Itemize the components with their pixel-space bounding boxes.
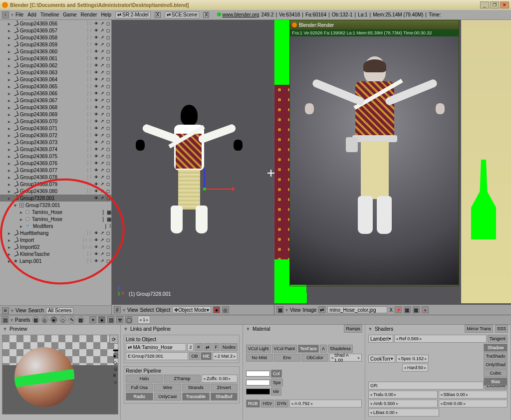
outliner-row[interactable]: ▸Tamino_Hose | ▦	[0, 215, 111, 222]
dyn-toggle[interactable]: DYN	[275, 400, 288, 408]
preview-sky-button[interactable]: ☼	[113, 379, 118, 385]
outliner-row[interactable]: ▸ Group24369.080 | ⟟	[0, 188, 111, 195]
mirror-trans-tab[interactable]: Mirror Trans	[465, 325, 493, 333]
uv-record-button[interactable]: ●	[422, 306, 429, 313]
visibility-icon[interactable]	[93, 63, 99, 68]
wire-toggle[interactable]: Wire	[154, 384, 182, 392]
trashadow-toggle[interactable]: TraShado	[484, 352, 508, 360]
outliner-row[interactable]: ▸ Group24369.072 | ⟟	[0, 132, 111, 139]
outliner-row[interactable]: ▸ Group24369.065 | ⟟	[0, 83, 111, 90]
window-type-button[interactable]: i	[2, 11, 9, 18]
render-icon[interactable]	[105, 258, 111, 264]
selectable-icon[interactable]	[99, 35, 105, 40]
cubic-toggle[interactable]: Cubic	[484, 369, 508, 377]
preview-monkey-button[interactable]: ☺	[113, 366, 118, 372]
render-icon[interactable]	[105, 154, 111, 159]
outliner-row[interactable]: ▸ Group24369.077 | ⟟	[0, 167, 111, 174]
vcolpaint-toggle[interactable]: VCol Paint	[272, 345, 297, 353]
view3d-type-button[interactable]: #	[114, 306, 121, 313]
strands-toggle[interactable]: Strands	[182, 384, 210, 392]
buttons-type-button[interactable]: ▤	[1, 316, 8, 323]
alpha-spinner[interactable]: A 0.792	[289, 400, 362, 408]
outliner-row[interactable]: ▸ Group24369.067 | ⟟	[0, 97, 111, 104]
outliner-row[interactable]: ▸☀ Lamp.001| ⟟	[0, 257, 111, 264]
visibility-icon[interactable]	[93, 49, 99, 54]
pivot-button[interactable]: ◎	[222, 306, 229, 313]
fullosa-toggle[interactable]: Full Osa	[126, 384, 153, 392]
ref-spinner[interactable]: Ref 0.569	[394, 335, 487, 343]
zoffs-spinner[interactable]: Zoffs: 0.00	[202, 375, 238, 383]
selectable-icon[interactable]	[99, 133, 105, 138]
context-logic-button[interactable]: ▦	[32, 316, 39, 323]
onlyshad-toggle[interactable]: OnlyShad	[484, 361, 508, 369]
frame-spinner[interactable]: 1	[138, 316, 150, 324]
selectable-icon[interactable]	[99, 140, 105, 145]
render-window[interactable]: Blender:Render Fra:1 Ve:92926 Fa:139082 …	[289, 20, 459, 286]
scene-selector[interactable]: ⇄SCE:Scene	[165, 11, 200, 18]
halo-toggle[interactable]: Halo	[126, 375, 163, 383]
bias-toggle[interactable]: Bias	[484, 378, 508, 386]
selectable-icon[interactable]	[99, 147, 105, 152]
outliner-row[interactable]: ▸ Group24369.057 | ⟟	[0, 27, 111, 34]
spec-shader-select[interactable]: CookTorr ▾	[368, 355, 395, 363]
render-icon[interactable]	[105, 251, 111, 257]
selectable-icon[interactable]	[99, 182, 105, 187]
shadbuf-toggle[interactable]: Shadbuf	[211, 393, 238, 401]
visibility-icon[interactable]	[93, 196, 99, 201]
visibility-icon[interactable]	[93, 133, 99, 138]
context-object-button[interactable]: ◇	[59, 316, 66, 323]
visibility-icon[interactable]	[93, 182, 99, 187]
outliner-row[interactable]: ▸ Group24369.073 | ⟟	[0, 139, 111, 146]
screen-close-button[interactable]: X	[155, 12, 161, 18]
visibility-icon[interactable]	[93, 28, 99, 33]
outliner-row[interactable]: ▸ Group24369.059 | ⟟	[0, 41, 111, 48]
onlycast-toggle[interactable]: OnlyCast	[154, 393, 182, 401]
selectable-icon[interactable]	[99, 237, 105, 243]
selectable-icon[interactable]	[99, 154, 105, 159]
visibility-icon[interactable]	[93, 237, 99, 243]
selectable-icon[interactable]	[99, 258, 105, 264]
render-icon[interactable]	[105, 196, 111, 201]
selectable-icon[interactable]	[99, 98, 105, 103]
render-icon[interactable]	[105, 244, 111, 250]
shada-spinner[interactable]: Shad A 1.00	[329, 354, 362, 362]
selectable-icon[interactable]	[99, 42, 105, 47]
visibility-icon[interactable]	[93, 189, 99, 194]
traceable-toggle[interactable]: Traceable	[182, 393, 210, 401]
mode-selector[interactable]: ✥ Object Mode ▾	[172, 306, 211, 313]
preview-flat-button[interactable]: ▬	[113, 347, 118, 352]
outliner-row[interactable]: ▸ Group24369.058 | ⟟	[0, 34, 111, 41]
sub-radio-button[interactable]: ☢	[116, 316, 123, 323]
outliner-row[interactable]: ▸ Group24369.068 | ⟟	[0, 104, 111, 111]
view3d-view-menu[interactable]: View	[127, 307, 138, 313]
visibility-icon[interactable]	[93, 112, 99, 117]
visibility-icon[interactable]	[93, 77, 99, 82]
object-name-field[interactable]: E:Group7328.001	[126, 352, 188, 360]
render-icon[interactable]	[105, 98, 111, 103]
menu-timeline[interactable]: Timeline	[40, 12, 59, 17]
menu-add[interactable]: Add	[27, 12, 36, 17]
render-icon[interactable]	[105, 119, 111, 124]
outliner-row[interactable]: ▸ Group24369.061 | ⟟	[0, 55, 111, 62]
visibility-icon[interactable]	[93, 119, 99, 124]
mir-swatch[interactable]	[246, 389, 270, 395]
shadow-toggle[interactable]: Shadow	[484, 344, 508, 352]
maximize-button[interactable]: ❐	[490, 1, 499, 8]
material-x-button[interactable]: ✕	[195, 343, 203, 351]
preview-sphere-button[interactable]: ●	[113, 353, 118, 359]
uv-button-a[interactable]: ▦	[404, 306, 411, 313]
amb-spinner[interactable]: Amb 0.500	[368, 400, 438, 408]
hard-spinner[interactable]: Hard:50	[402, 364, 428, 372]
outliner-row[interactable]: ▸ Group24369.069 | ⟟	[0, 111, 111, 118]
me-toggle[interactable]: ME	[201, 352, 212, 360]
3d-viewport[interactable]: zy x (1) Group7328.001 #▾ View Select Ob…	[112, 20, 274, 315]
vcollight-toggle[interactable]: VCol Light	[246, 345, 271, 353]
selectable-icon[interactable]	[99, 112, 105, 117]
material-name-field[interactable]: MA:Tamino_Hose	[133, 345, 173, 350]
visibility-icon[interactable]	[93, 105, 99, 110]
visibility-icon[interactable]	[93, 154, 99, 159]
render-icon[interactable]	[105, 230, 111, 236]
outliner-row[interactable]: ▸ Group24369.070 | ⟟	[0, 118, 111, 125]
group-field[interactable]: GR:	[368, 382, 484, 390]
visibility-icon[interactable]	[93, 258, 99, 264]
